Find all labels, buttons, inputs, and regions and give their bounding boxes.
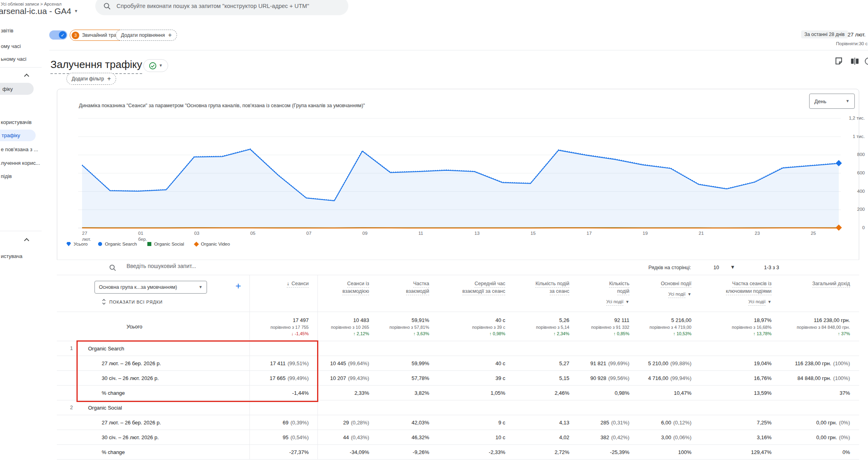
global-search[interactable]: Спробуйте виконати пошук за запитом "кон… bbox=[95, 0, 348, 15]
metric-cell: 69(0,39%) bbox=[250, 415, 318, 430]
metric-cell bbox=[378, 341, 438, 356]
metric-cell: 40 с bbox=[438, 356, 514, 370]
metric-cell: 91 821(99,69%) bbox=[578, 356, 638, 370]
sidebar-item-hovered[interactable]: фіку bbox=[0, 83, 34, 95]
metric-cell: 100% bbox=[638, 445, 700, 459]
column-header-4[interactable]: Середній часвзаємодії за сеанс bbox=[438, 275, 514, 312]
chevron-down-icon[interactable]: ▼ bbox=[730, 260, 735, 275]
plus-icon: + bbox=[168, 32, 172, 38]
metric-cell bbox=[638, 400, 700, 415]
compare-range-text: Порівняти:30 с bbox=[836, 41, 868, 46]
column-header-3[interactable]: Часткавзаємодій bbox=[378, 275, 438, 312]
sidebar-item-realtime[interactable]: ому часі bbox=[1, 43, 21, 49]
rows-per-page-select[interactable]: 10 bbox=[713, 260, 719, 275]
totals-metric-cell: 40 спорівняно з 39 с↑ 0,98% bbox=[438, 312, 514, 341]
x-axis-label: 25 bbox=[811, 230, 816, 236]
sidebar-item-user-attributes[interactable]: истувача bbox=[1, 253, 22, 259]
events-filter-dropdown[interactable]: Усі події▼ bbox=[668, 290, 691, 298]
show-all-rows-button[interactable]: ПОКАЗАТИ ВСІ РЯДКИ bbox=[102, 298, 163, 305]
column-header-1[interactable]: ↓ Сеанси bbox=[250, 275, 318, 312]
breadcrumb-separator: > bbox=[40, 2, 42, 6]
metric-cell: 10 с bbox=[438, 430, 514, 444]
metric-cell: 6,00(0,12%) bbox=[638, 415, 700, 430]
sidebar-item-landing-page[interactable]: е пов'язана з ... bbox=[1, 146, 38, 152]
metric-cell: 0% bbox=[780, 445, 859, 459]
metric-cell: 59,99% bbox=[378, 356, 438, 370]
sidebar-item-traffic-acquisition-active[interactable]: трафіку bbox=[0, 130, 36, 141]
metric-cell: 129,47% bbox=[700, 445, 780, 459]
comparison-toggle[interactable]: ✓ bbox=[49, 30, 67, 40]
table-row: 27 лют. – 26 бер. 2026 р.17 411(99,51%)1… bbox=[57, 356, 859, 371]
x-axis-label: 05 bbox=[250, 230, 255, 236]
metric-cell: 95(0,54%) bbox=[250, 430, 318, 444]
collapse-section-icon[interactable] bbox=[24, 238, 29, 243]
add-dimension-button[interactable]: + bbox=[235, 280, 241, 292]
totals-row: Усього17 497порівняно з 17 755↓ -1,45%10… bbox=[57, 312, 859, 341]
sidebar-item-engagement[interactable]: лучення корис... bbox=[1, 160, 40, 166]
column-header-8[interactable]: Частка сеансів ізключовими подіямиУсі по… bbox=[700, 275, 780, 312]
plus-icon: + bbox=[107, 76, 111, 82]
dimension-selector[interactable]: Основна група к...за умовчанням) ▼ bbox=[94, 281, 207, 294]
metric-cell bbox=[378, 400, 438, 415]
sidebar-item-user-acquisition[interactable]: користувачів bbox=[1, 119, 32, 125]
y-axis-label: 200 bbox=[841, 207, 865, 212]
totals-metric-cell: 92 111порівняно з 91 332↑ 0,85% bbox=[578, 312, 638, 341]
sidebar-item-reports-snapshot[interactable]: звітів bbox=[1, 28, 14, 34]
search-icon bbox=[109, 264, 117, 272]
events-filter-dropdown[interactable]: Усі події▼ bbox=[606, 298, 629, 306]
metric-cell bbox=[250, 400, 318, 415]
row-label-cell: 2Organic Social bbox=[57, 400, 250, 415]
compare-reports-icon[interactable] bbox=[850, 57, 859, 66]
totals-metric-cell: 5,26порівняно з 5,14↑ 2,34% bbox=[514, 312, 578, 341]
pagination-range: 1-3 з 3 bbox=[764, 260, 779, 275]
expand-rows-icon bbox=[102, 298, 106, 305]
date-range-value[interactable]: 27 лют. bbox=[848, 32, 866, 38]
events-filter-dropdown[interactable]: Усі події▼ bbox=[748, 298, 772, 306]
table-row: % change-1,44%2,33%3,82%1,05%2,46%0,98%1… bbox=[57, 386, 859, 400]
metric-cell: -27,37% bbox=[250, 445, 318, 459]
breadcrumb-root[interactable]: Усі облікові записи bbox=[1, 2, 39, 6]
column-header-7[interactable]: Основні подіїУсі події▼ bbox=[638, 275, 700, 312]
legend-item-organic-search: Organic Search bbox=[98, 242, 137, 246]
insights-icon[interactable] bbox=[834, 57, 843, 66]
chevron-down-icon: ▼ bbox=[199, 285, 203, 289]
date-range-badge[interactable]: За останні 28 днів bbox=[801, 30, 848, 38]
metric-cell bbox=[514, 400, 578, 415]
column-header-2[interactable]: Сеанси ізвзаємодією bbox=[318, 275, 378, 312]
check-circle-icon bbox=[149, 62, 157, 70]
metric-cell: 116 238,00 грн.(100%) bbox=[780, 356, 859, 370]
sidebar-divider bbox=[0, 67, 42, 68]
metric-cell bbox=[514, 341, 578, 356]
property-selector[interactable]: arsenal-ic.ua - GA4 ▼ bbox=[0, 6, 78, 16]
y-axis-label: 1,2 тис. bbox=[841, 116, 865, 120]
metric-cell: 44(0,43%) bbox=[318, 430, 378, 444]
table-search-input[interactable] bbox=[127, 263, 367, 269]
report-status-button[interactable]: ▼ bbox=[143, 59, 168, 72]
share-icon[interactable] bbox=[865, 58, 868, 65]
x-axis-label: 03 bbox=[194, 230, 199, 236]
column-header-9[interactable]: Загальний дохід bbox=[780, 275, 859, 312]
sidebar-item-realtime-overview[interactable]: ьному часі bbox=[1, 56, 26, 62]
pentagon-marker-icon bbox=[66, 242, 71, 246]
property-name: arsenal-ic.ua - GA4 bbox=[0, 6, 71, 16]
add-filter-button[interactable]: Додати фільтр + bbox=[66, 73, 116, 85]
metric-cell: 1,05% bbox=[438, 386, 514, 400]
metric-cell: 3,82% bbox=[378, 386, 438, 400]
metric-cell: 2,46% bbox=[514, 386, 578, 400]
header-divider bbox=[49, 50, 868, 50]
collapse-section-icon[interactable] bbox=[24, 74, 29, 79]
global-search-placeholder: Спробуйте виконати пошук за запитом "кон… bbox=[117, 3, 309, 9]
column-header-5[interactable]: Кількість подійза сеанс bbox=[514, 275, 578, 312]
metric-cell: 0,00 грн.(0%) bbox=[780, 415, 859, 430]
breadcrumb-current[interactable]: Арсенал bbox=[44, 2, 62, 6]
metric-cell: 7,25% bbox=[700, 415, 780, 430]
sidebar-item-views[interactable]: підів bbox=[1, 173, 12, 179]
x-axis-label: 19 bbox=[643, 230, 648, 236]
metric-cell: 10,47% bbox=[638, 386, 700, 400]
diamond-marker-icon bbox=[194, 242, 199, 247]
add-comparison-button[interactable]: Додати порівняння + bbox=[116, 30, 177, 41]
x-axis-label: 15 bbox=[530, 230, 536, 236]
granularity-dropdown[interactable]: День ▼ bbox=[809, 94, 855, 109]
column-header-6[interactable]: КількістьподійУсі події▼ bbox=[578, 275, 638, 312]
table-row: % change-27,37%-34,09%-9,26%-2,33%2,72%-… bbox=[57, 445, 859, 460]
